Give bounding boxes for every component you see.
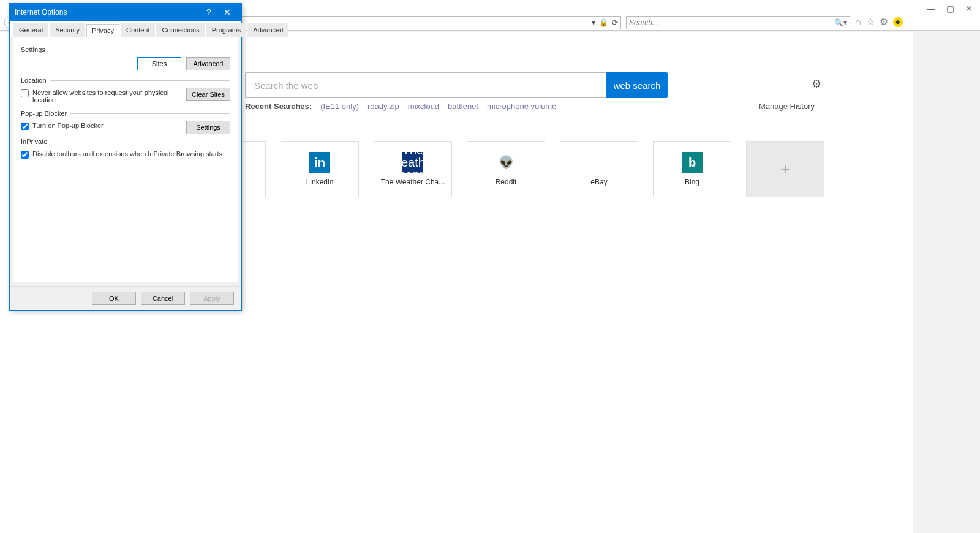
- window-controls: — ▢ ✕: [919, 0, 980, 17]
- advanced-button[interactable]: Advanced: [186, 57, 230, 70]
- dialog-tabs: General Security Privacy Content Connect…: [10, 21, 241, 37]
- dialog-help-button[interactable]: ?: [200, 7, 218, 17]
- dialog-footer: OK Cancel Apply: [10, 286, 241, 310]
- search-icon[interactable]: 🔍: [834, 18, 843, 27]
- tile-label: The Weather Cha...: [377, 178, 449, 186]
- dialog-body: Settings Sites Advanced Location Never a…: [13, 37, 238, 282]
- tile-label: Reddit: [470, 178, 542, 186]
- internet-options-dialog: Internet Options ? ✕ General Security Pr…: [9, 3, 242, 311]
- section-popup: Pop-up Blocker: [21, 110, 230, 117]
- tile-label: eBay: [563, 178, 635, 186]
- cancel-button[interactable]: Cancel: [141, 292, 185, 305]
- home-icon[interactable]: ⌂: [855, 17, 861, 28]
- popup-blocker-checkbox[interactable]: [21, 123, 29, 130]
- recent-term[interactable]: (IE11 only): [320, 102, 359, 111]
- recent-term[interactable]: mixcloud: [408, 102, 439, 111]
- section-settings-label: Settings: [21, 46, 45, 53]
- section-inprivate-label: InPrivate: [21, 138, 47, 145]
- close-window-button[interactable]: ✕: [965, 4, 973, 13]
- favorites-icon[interactable]: ☆: [866, 16, 875, 28]
- tab-privacy[interactable]: Privacy: [86, 24, 119, 37]
- lock-icon: 🔒: [599, 18, 608, 27]
- section-location-label: Location: [21, 77, 47, 84]
- popup-blocker-checkbox-label[interactable]: Turn on Pop-up Blocker: [32, 122, 104, 129]
- minimize-button[interactable]: —: [927, 4, 935, 13]
- tab-connections[interactable]: Connections: [156, 23, 205, 37]
- tab-security[interactable]: Security: [50, 23, 85, 37]
- sites-button[interactable]: Sites: [137, 57, 181, 70]
- linkedin-icon: in: [309, 152, 330, 173]
- tile-label: Linkedin: [284, 178, 356, 186]
- tab-programs[interactable]: Programs: [206, 23, 247, 37]
- ebay-icon: 🛍: [589, 152, 609, 173]
- tab-content[interactable]: Content: [121, 23, 156, 37]
- browser-search-input[interactable]: [629, 18, 834, 27]
- maximize-button[interactable]: ▢: [946, 4, 954, 13]
- clear-sites-button[interactable]: Clear Sites: [186, 88, 230, 101]
- browser-toolbar-icons: ⌂ ☆ ⚙ ☻: [855, 16, 903, 28]
- tile-weather-channel[interactable]: The Weather Channel The Weather Cha...: [374, 141, 452, 197]
- section-location: Location: [21, 77, 230, 84]
- recent-term[interactable]: battlenet: [448, 102, 478, 111]
- inprivate-checkbox-label[interactable]: Disable toolbars and extensions when InP…: [32, 150, 230, 157]
- feedback-icon[interactable]: ☻: [893, 17, 903, 27]
- bing-icon: b: [682, 152, 703, 173]
- apply-button[interactable]: Apply: [190, 292, 234, 305]
- section-settings: Settings: [21, 46, 230, 53]
- location-checkbox-label[interactable]: Never allow websites to request your phy…: [32, 89, 181, 104]
- recent-searches-label: Recent Searches:: [245, 102, 312, 111]
- plus-icon: +: [780, 160, 790, 179]
- page-settings-icon[interactable]: ⚙: [812, 77, 821, 91]
- web-search-button[interactable]: web search: [606, 72, 668, 98]
- web-search-input[interactable]: [245, 72, 606, 98]
- location-checkbox[interactable]: [21, 89, 29, 97]
- search-dropdown-icon[interactable]: ▾: [843, 18, 847, 27]
- top-sites-tiles: in Linkedin The Weather Channel The Weat…: [245, 141, 824, 197]
- tile-add[interactable]: +: [746, 141, 824, 197]
- tools-icon[interactable]: ⚙: [880, 16, 888, 28]
- recent-term[interactable]: microphone volume: [487, 102, 556, 111]
- browser-search-bar[interactable]: 🔍 ▾: [626, 16, 850, 29]
- msn-search-row: web search: [245, 72, 668, 98]
- refresh-icon[interactable]: ⟳: [612, 18, 618, 27]
- tile-bing[interactable]: b Bing: [653, 141, 731, 197]
- ok-button[interactable]: OK: [92, 292, 136, 305]
- section-popup-label: Pop-up Blocker: [21, 110, 67, 117]
- dialog-close-button[interactable]: ✕: [218, 7, 236, 17]
- tile-label: Bing: [656, 178, 728, 186]
- popup-settings-button[interactable]: Settings: [186, 121, 230, 134]
- recent-term[interactable]: ready.zip: [368, 102, 399, 111]
- tile-ebay[interactable]: 🛍 eBay: [560, 141, 638, 197]
- tab-advanced[interactable]: Advanced: [247, 23, 288, 37]
- dialog-title: Internet Options: [15, 8, 200, 17]
- weather-channel-icon: The Weather Channel: [402, 152, 423, 173]
- section-inprivate: InPrivate: [21, 138, 230, 145]
- tile-linkedin[interactable]: in Linkedin: [281, 141, 359, 197]
- recent-searches-row: Recent Searches: (IE11 only) ready.zip m…: [245, 102, 815, 111]
- tab-general[interactable]: General: [13, 23, 48, 37]
- manage-history-link[interactable]: Manage History: [759, 102, 815, 111]
- inprivate-checkbox[interactable]: [21, 151, 29, 159]
- reddit-icon: 👽: [496, 152, 516, 173]
- dropdown-icon[interactable]: ▾: [592, 18, 595, 27]
- tile-reddit[interactable]: 👽 Reddit: [467, 141, 545, 197]
- address-bar-icons: ▾ 🔒 ⟳: [592, 18, 618, 27]
- dialog-titlebar[interactable]: Internet Options ? ✕: [10, 4, 241, 21]
